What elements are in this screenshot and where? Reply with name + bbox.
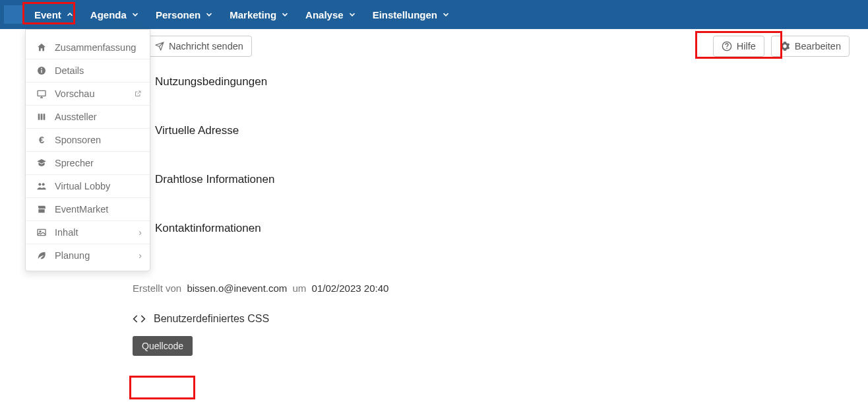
svg-rect-6: [44, 114, 46, 119]
section-terms: Nutzungsbedingungen: [129, 75, 850, 88]
nav-marketing-label: Marketing: [230, 9, 276, 20]
graduation-icon: [35, 158, 48, 168]
contact-empty: ( ): [129, 242, 850, 252]
dd-sponsoren[interactable]: € Sponsoren: [26, 129, 150, 152]
users-icon: [35, 181, 48, 191]
nav-event[interactable]: Event: [26, 3, 82, 27]
svg-rect-3: [38, 90, 46, 96]
dd-sprecher[interactable]: Sprecher: [26, 152, 150, 175]
leaf-icon: [35, 250, 48, 261]
svg-point-7: [38, 183, 41, 186]
chevron-down-icon: [204, 10, 214, 19]
nav-analyse-label: Analyse: [305, 9, 344, 20]
created-email: bissen.o@inevent.com: [187, 283, 287, 294]
image-icon: [35, 227, 48, 238]
svg-rect-5: [41, 114, 43, 119]
created-prefix: Erstellt von: [133, 283, 181, 294]
dd-zusammenfassung[interactable]: Zusammenfassung: [26, 36, 150, 59]
svg-rect-4: [38, 114, 40, 119]
dd-label: Aussteller: [55, 112, 97, 122]
source-label: Quellcode: [142, 341, 183, 351]
chevron-right-icon: ›: [139, 250, 142, 261]
dd-planung[interactable]: Planung ›: [26, 244, 150, 267]
nav-einstellungen[interactable]: Einstellungen: [365, 3, 458, 27]
dd-eventmarket[interactable]: EventMarket: [26, 198, 150, 221]
dd-label: Planung: [55, 250, 90, 261]
external-link-icon: [134, 90, 142, 98]
dd-label: Details: [55, 65, 84, 76]
nav-agenda[interactable]: Agenda: [82, 3, 148, 27]
chevron-up-icon: [65, 10, 75, 19]
css-label: Benutzerdefiniertes CSS: [154, 313, 269, 325]
dd-label: Sprecher: [55, 158, 94, 168]
created-date: 01/02/2023 20:40: [312, 283, 389, 294]
nav-personen[interactable]: Personen: [148, 3, 222, 27]
info-icon: [35, 65, 48, 76]
nav-marketing[interactable]: Marketing: [222, 3, 297, 27]
svg-rect-9: [38, 229, 46, 235]
section-wireless: Drahtlose Informationen: [129, 173, 850, 186]
chevron-down-icon: [441, 10, 450, 19]
dd-label: Inhalt: [55, 227, 78, 238]
nav-einstellungen-label: Einstellungen: [373, 9, 437, 20]
nav-agenda-label: Agenda: [90, 9, 127, 20]
dd-virtual-lobby[interactable]: Virtual Lobby: [26, 175, 150, 198]
dd-inhalt[interactable]: Inhalt ›: [26, 221, 150, 244]
nav-event-label: Event: [34, 9, 61, 20]
dd-label: Vorschau: [55, 88, 94, 99]
created-by-line: Erstellt von bissen.o@inevent.com um 01/…: [129, 283, 850, 294]
source-code-button[interactable]: Quellcode: [133, 336, 193, 356]
chevron-down-icon: [131, 10, 140, 19]
store-icon: [35, 204, 48, 215]
chevron-down-icon: [348, 10, 357, 19]
event-dropdown: Zusammenfassung Details Vorschau Ausstel…: [25, 29, 150, 271]
main-content: Nutzungsbedingungen Virtuelle Adresse Dr…: [129, 29, 850, 408]
dd-vorschau[interactable]: Vorschau: [26, 83, 150, 106]
nav-logo-block[interactable]: [4, 5, 22, 24]
top-navbar: Event Agenda Personen Marketing Analyse …: [0, 0, 868, 29]
section-virtual: Virtuelle Adresse: [129, 124, 850, 137]
svg-point-8: [42, 183, 45, 186]
euro-icon: €: [35, 135, 48, 145]
home-icon: [35, 42, 48, 53]
section-contact: Kontaktinformationen: [129, 222, 850, 235]
created-mid: um: [293, 283, 307, 294]
nav-personen-label: Personen: [156, 9, 201, 20]
dd-details[interactable]: Details: [26, 59, 150, 83]
columns-icon: [35, 112, 48, 122]
dd-label: Virtual Lobby: [55, 181, 110, 191]
nav-analyse[interactable]: Analyse: [297, 3, 365, 27]
monitor-icon: [35, 88, 48, 99]
dd-label: Sponsoren: [55, 135, 101, 145]
custom-css-heading: Benutzerdefiniertes CSS: [129, 312, 850, 325]
svg-rect-1: [41, 70, 42, 73]
dd-label: EventMarket: [55, 204, 108, 215]
code-icon: [133, 312, 146, 325]
dd-aussteller[interactable]: Aussteller: [26, 106, 150, 129]
svg-point-2: [41, 68, 42, 69]
svg-point-10: [40, 231, 41, 232]
chevron-down-icon: [280, 10, 290, 19]
chevron-right-icon: ›: [139, 227, 142, 238]
dd-label: Zusammenfassung: [55, 42, 136, 53]
